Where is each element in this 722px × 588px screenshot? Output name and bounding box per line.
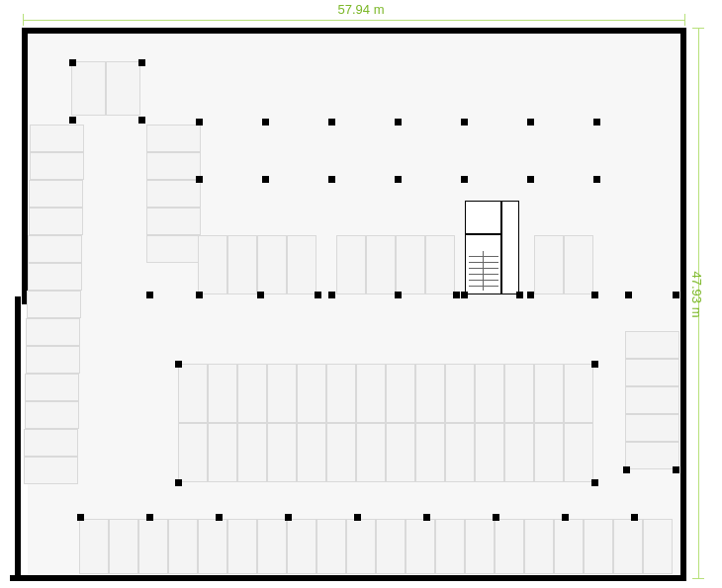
outer-wall-top: [23, 28, 686, 34]
parking-stall: [178, 364, 208, 423]
parking-stall: [625, 442, 679, 469]
stair-tread: [469, 274, 498, 275]
stair-tread: [469, 280, 498, 281]
parking-stall: [554, 519, 584, 574]
parking-stall: [316, 519, 346, 574]
parking-stall: [346, 519, 376, 574]
parking-stall: [227, 519, 257, 574]
parking-stall: [208, 423, 237, 482]
parking-stall: [356, 423, 386, 482]
parking-stall: [465, 519, 495, 574]
column-marker: [262, 176, 269, 183]
parking-stall: [109, 519, 138, 574]
column-marker: [461, 119, 468, 126]
parking-stall: [178, 423, 208, 482]
parking-stall: [198, 519, 227, 574]
parking-stall: [475, 423, 504, 482]
parking-stall: [613, 519, 643, 574]
parking-stall: [208, 364, 237, 423]
column-marker: [395, 292, 402, 298]
parking-stall: [146, 152, 201, 180]
parking-stall: [25, 374, 79, 401]
column-marker: [527, 292, 534, 298]
column-marker: [69, 117, 76, 124]
parking-stall: [564, 423, 593, 482]
stair-tread: [469, 256, 498, 257]
parking-stall: [625, 414, 679, 442]
parking-stall: [396, 235, 425, 294]
parking-stall: [376, 519, 406, 574]
parking-stall: [495, 519, 524, 574]
parking-stall: [625, 331, 679, 359]
parking-stall: [26, 346, 80, 374]
column-marker: [196, 176, 203, 183]
column-marker: [328, 176, 335, 183]
column-marker: [395, 176, 402, 183]
column-marker: [453, 292, 460, 298]
column-marker: [516, 292, 523, 298]
dim-height-label: 47.93 m: [689, 271, 704, 317]
parking-stall: [445, 364, 475, 423]
parking-stall: [146, 125, 201, 152]
parking-stall: [146, 235, 201, 263]
parking-stall: [356, 364, 386, 423]
stair-tread: [469, 262, 498, 263]
column-marker: [631, 514, 638, 521]
parking-stall: [28, 235, 82, 263]
outer-wall-right: [680, 28, 686, 581]
dim-tick: [692, 28, 704, 29]
column-marker: [593, 176, 600, 183]
parking-stall: [24, 457, 78, 484]
dim-tick: [23, 14, 24, 26]
parking-stall: [138, 519, 168, 574]
parking-stall: [336, 235, 366, 294]
column-marker: [216, 514, 223, 521]
parking-stall: [257, 235, 287, 294]
parking-stall: [146, 208, 201, 235]
column-marker: [138, 117, 145, 124]
parking-stall: [504, 423, 534, 482]
parking-stall: [534, 235, 564, 294]
dim-width-label: 57.94 m: [338, 2, 385, 17]
parking-stall: [534, 364, 564, 423]
column-marker: [562, 514, 569, 521]
parking-stall: [198, 235, 227, 294]
parking-stall: [406, 519, 435, 574]
parking-stall: [26, 318, 80, 346]
column-marker: [673, 292, 679, 298]
parking-stall: [534, 423, 564, 482]
column-marker: [315, 292, 321, 298]
parking-stall: [106, 61, 140, 116]
parking-stall: [564, 364, 593, 423]
parking-stall: [287, 235, 316, 294]
column-marker: [493, 514, 499, 521]
parking-stall: [29, 180, 83, 208]
floorplan-canvas: 57.94 m 47.93 m: [0, 0, 722, 588]
column-marker: [395, 119, 402, 126]
parking-stall: [297, 423, 326, 482]
parking-stall: [79, 519, 109, 574]
column-marker: [262, 119, 269, 126]
column-marker: [285, 514, 292, 521]
parking-stall: [297, 364, 326, 423]
column-marker: [138, 59, 145, 66]
parking-stall: [25, 401, 79, 429]
parking-stall: [475, 364, 504, 423]
outer-wall-bottom: [10, 575, 686, 581]
stair-tread: [469, 286, 498, 287]
parking-stall: [366, 235, 396, 294]
parking-stall: [28, 263, 82, 291]
parking-stall: [146, 180, 201, 208]
parking-stall: [257, 519, 287, 574]
parking-stall: [625, 386, 679, 414]
parking-stall: [584, 519, 613, 574]
column-marker: [175, 361, 182, 368]
column-marker: [146, 292, 153, 298]
parking-stall: [287, 519, 316, 574]
column-marker: [77, 514, 84, 521]
column-marker: [354, 514, 361, 521]
parking-stall: [386, 423, 415, 482]
column-marker: [423, 514, 430, 521]
parking-stall: [29, 208, 83, 235]
column-marker: [328, 292, 335, 298]
